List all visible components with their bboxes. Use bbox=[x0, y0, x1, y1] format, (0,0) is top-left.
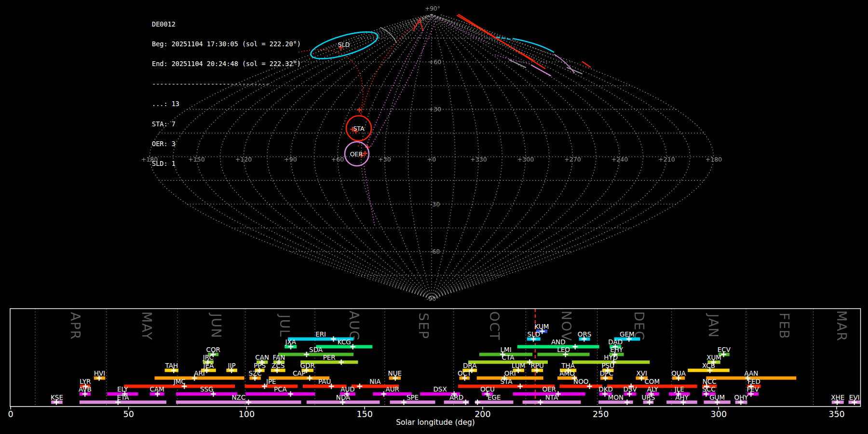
shower-peak-marker bbox=[572, 344, 578, 350]
shower-label: ARI bbox=[194, 369, 205, 377]
shower-peak-marker bbox=[339, 360, 344, 365]
shower-FEV: FEV bbox=[747, 385, 760, 397]
x-tick-label: 350 bbox=[828, 409, 844, 419]
shower-label: NIA bbox=[369, 378, 381, 385]
x-tick-label: 300 bbox=[711, 409, 727, 419]
shower-label: NTA bbox=[545, 393, 558, 401]
shower-label: DPC bbox=[600, 369, 613, 377]
shower-label: JEA bbox=[203, 362, 215, 369]
shower-bar bbox=[559, 385, 602, 388]
shower-label: PAU bbox=[318, 378, 331, 385]
shower-label: MON bbox=[608, 393, 624, 401]
month-label-MAY: MAY bbox=[139, 312, 154, 341]
x-tick-label: 100 bbox=[239, 409, 255, 419]
month-label-FEB: FEB bbox=[777, 312, 792, 339]
shower-peak-marker bbox=[331, 337, 336, 342]
shower-TAH: TAH bbox=[165, 362, 178, 373]
shower-peak-marker bbox=[517, 384, 523, 389]
shower-peak-marker bbox=[246, 400, 251, 405]
shower-label: JMC bbox=[173, 378, 186, 385]
shower-DSV: DSV bbox=[623, 385, 637, 397]
shower-label: DKD bbox=[598, 385, 613, 393]
shower-label: TAH bbox=[165, 362, 178, 369]
shower-label: AND bbox=[551, 338, 566, 346]
shower-bar bbox=[278, 353, 353, 356]
shower-peak-marker bbox=[357, 384, 362, 389]
shower-label: FED bbox=[747, 378, 760, 385]
shower-label: DRA bbox=[463, 362, 477, 369]
shower-bar bbox=[523, 401, 581, 404]
shower-JXA: JXA bbox=[285, 338, 297, 350]
shower-bar bbox=[176, 401, 301, 404]
shower-OCT: OCT bbox=[458, 369, 472, 381]
shower-label: ORI bbox=[504, 369, 516, 377]
shower-KSE: KSE bbox=[51, 393, 63, 405]
shower-label: LEO bbox=[557, 346, 570, 353]
shower-label: FEV bbox=[747, 385, 760, 393]
shower-bar bbox=[458, 385, 555, 388]
shower-JIP: JIP bbox=[226, 362, 237, 373]
x-tick-label: 150 bbox=[356, 409, 372, 419]
shower-label: KCG bbox=[338, 338, 351, 346]
shower-peak-marker bbox=[624, 400, 630, 405]
shower-label: XCB bbox=[702, 362, 715, 369]
shower-label: ETA bbox=[117, 393, 129, 401]
shower-label: DSX bbox=[433, 385, 447, 393]
shower-bar bbox=[245, 393, 315, 396]
shower-DPC: DPC bbox=[600, 369, 613, 381]
month-label-MAR: MAR bbox=[834, 310, 849, 341]
shower-label: AAN bbox=[744, 369, 758, 377]
month-label-JAN: JAN bbox=[706, 313, 721, 339]
shower-OHY: OHY bbox=[734, 393, 749, 405]
shower-label: CTA bbox=[502, 353, 515, 361]
x-tick-label: 250 bbox=[593, 409, 609, 419]
shower-label: NZC bbox=[231, 393, 245, 401]
shower-bar bbox=[245, 385, 298, 388]
shower-label: EGE bbox=[488, 393, 501, 401]
shower-label: SSG bbox=[200, 385, 214, 393]
month-label-JUL: JUL bbox=[277, 313, 292, 337]
shower-label: AUR bbox=[385, 385, 399, 393]
shower-HVI: HVI bbox=[94, 369, 105, 381]
shower-bar bbox=[155, 377, 244, 380]
meteor-activity-screen: +180+150+120+90+60+30+0+330+300+270+240+… bbox=[0, 0, 868, 434]
shower-label: ARD bbox=[449, 393, 463, 401]
shower-peak-marker bbox=[538, 400, 543, 405]
shower-label: CAP bbox=[293, 369, 306, 377]
shower-label: URS bbox=[642, 393, 655, 401]
shower-XHE: XHE bbox=[831, 393, 844, 405]
shower-label: NOO bbox=[573, 378, 588, 385]
shower-EGE: EGE bbox=[475, 393, 514, 405]
shower-SLD: SLD bbox=[527, 330, 541, 342]
shower-label: STA bbox=[501, 378, 513, 385]
shower-label: SPE bbox=[407, 393, 419, 401]
shower-label: NDA bbox=[336, 393, 351, 401]
shower-CAM: CAM bbox=[150, 385, 164, 397]
month-label-AUG: AUG bbox=[347, 311, 362, 341]
shower-label: LMI bbox=[501, 346, 512, 353]
shower-label: AUD bbox=[340, 385, 355, 393]
shower-peak-marker bbox=[401, 400, 407, 405]
shower-label: JPE bbox=[266, 378, 276, 385]
shower-RPU: RPU bbox=[530, 362, 543, 373]
shower-peak-marker bbox=[307, 376, 312, 381]
shower-label: EHY bbox=[610, 346, 624, 353]
shower-bar bbox=[124, 385, 235, 388]
x-tick-label: 0 bbox=[8, 409, 13, 419]
shower-bar bbox=[176, 393, 237, 396]
shower-bar bbox=[316, 345, 372, 349]
shower-bar bbox=[475, 401, 513, 404]
shower-EVI: EVI bbox=[849, 393, 860, 405]
shower-label: PCA bbox=[274, 385, 287, 393]
shower-label: PER bbox=[323, 353, 336, 361]
x-tick-label: 50 bbox=[123, 409, 134, 419]
shower-label: OER bbox=[542, 385, 556, 393]
shower-label: AMO bbox=[559, 369, 575, 377]
shower-label: JLE bbox=[674, 385, 684, 393]
month-label-OCT: OCT bbox=[487, 311, 502, 340]
shower-label: GDR bbox=[300, 362, 315, 369]
x-tick-label: 200 bbox=[475, 409, 490, 419]
shower-label: DSV bbox=[623, 385, 637, 393]
shower-label: AHY bbox=[675, 393, 689, 401]
shower-ORS: ORS bbox=[578, 330, 592, 342]
